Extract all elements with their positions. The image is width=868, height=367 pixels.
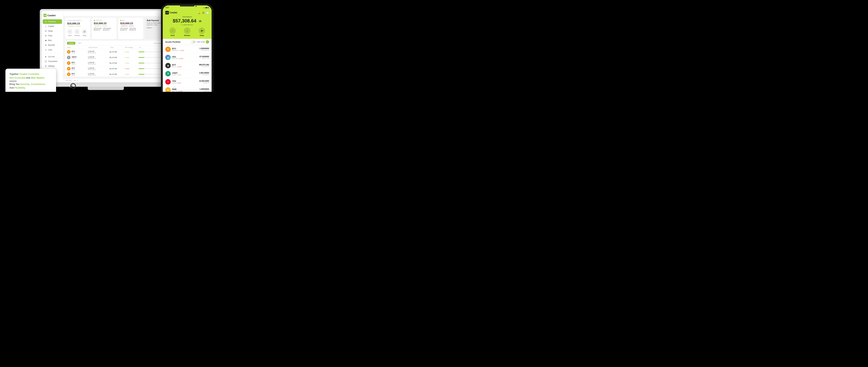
crypto-right: 87.0000000 $ 9,177.63 bbox=[199, 56, 209, 59]
table-rows: ₿ BTC Bitcoin 1,123.43 $4,212,344.34 $1,… bbox=[65, 49, 168, 77]
phone-outer: 5:27 ▲ ▮▮▮ ▮ CW Cwallet bbox=[161, 4, 213, 92]
crypto-asset-list: ₿ BTC $44219.11 -5.35% 1.00000000 $ 44,2… bbox=[163, 45, 212, 92]
crypto-info: USDT $1.00 +0.08% bbox=[172, 72, 199, 76]
crypto-info: BNB $357.00 -5.43% bbox=[172, 88, 199, 92]
token-name: BTC Bitcoin bbox=[72, 62, 88, 65]
hero-web-wallets: Web Wallets bbox=[31, 76, 44, 79]
table-tabs: Crypto NFT Hide Small Mo... bbox=[65, 41, 168, 46]
token-name: 1INCH 1 INCH bbox=[72, 56, 88, 59]
crypto-right: 1,000.00000 $ 1,000.00 bbox=[199, 72, 209, 75]
tools-icon: ⚙ bbox=[44, 35, 47, 37]
phone-receive-icon: ↓ bbox=[184, 28, 190, 34]
settings-icon: ⚙ bbox=[44, 65, 47, 67]
sidebar-item-listcoin[interactable]: ◈ List coin bbox=[43, 55, 62, 59]
token-change: ↑ 0.45% bbox=[124, 62, 138, 64]
wifi-icon: ▲ bbox=[203, 7, 205, 8]
scan-icon[interactable]: ⊡ bbox=[203, 11, 204, 14]
crypto-icon: ₮ bbox=[165, 71, 171, 76]
bell-icon[interactable]: 🔔 bbox=[198, 11, 200, 14]
sidebar-item-label: Bots bbox=[48, 39, 52, 41]
total-balance-change: ↑ $1023.23 · 14.22% bbox=[67, 25, 88, 27]
hide-small-toggle[interactable] bbox=[191, 41, 196, 43]
total-balance-amount: $10,000.23 bbox=[67, 22, 88, 25]
table-row: ₿ BTC Bitcoin 1,123.43 $4,212,344.34 $1,… bbox=[65, 72, 168, 77]
crypto-icon: ◎ bbox=[165, 55, 171, 60]
hide-small-toggle[interactable]: Hide Small bbox=[154, 42, 161, 44]
phone-send-icon: ↑ bbox=[169, 28, 176, 34]
crypto-info: SOL $105.49 -11.58% bbox=[172, 56, 199, 60]
token-price: $1,173.38 bbox=[110, 62, 124, 64]
sidebar-item-settings[interactable]: ⚙ Settings bbox=[43, 64, 62, 68]
phone-swap-button[interactable]: ⇄ Swap bbox=[198, 28, 205, 36]
eye-icon[interactable]: 👁 bbox=[199, 20, 202, 23]
sidebar-item-tools[interactable]: ⚙ Tools bbox=[43, 33, 62, 38]
swap-icon: ⇄ bbox=[82, 29, 87, 34]
token-icon: ₿ bbox=[67, 50, 70, 54]
receive-button[interactable]: ↓ Receive bbox=[74, 29, 80, 36]
crypto-card: CRYPTO $10,000.23 ↑ $1023.23 · 14.22% 24… bbox=[92, 18, 117, 39]
phone-send-button[interactable]: ↑ Send bbox=[169, 28, 176, 36]
portfolio-right: Hide Small + bbox=[191, 40, 209, 43]
sidebar-item-cwallet[interactable]: ◻ Cwallet bbox=[43, 24, 62, 29]
tab-crypto[interactable]: Crypto bbox=[67, 42, 75, 45]
tab-nft[interactable]: NFT bbox=[76, 42, 83, 45]
lang-selector[interactable]: EN bbox=[73, 80, 75, 81]
loan-icon: ⊙ bbox=[44, 49, 47, 51]
hero-security: Security bbox=[20, 83, 29, 86]
signal-icon: ▮▮▮ bbox=[205, 7, 208, 8]
phone-logo-icon: CW bbox=[165, 11, 169, 14]
nft-stats: 24H receive $9,000.23 24H send $9,000.23 bbox=[120, 28, 141, 31]
phone-swap-icon: ⇄ bbox=[198, 28, 205, 34]
sidebar-item-label: Swap bbox=[48, 30, 53, 32]
crypto-icon: T bbox=[165, 79, 171, 85]
phone-receive-button[interactable]: ↓ Receive bbox=[184, 28, 190, 36]
lang-chevron[interactable]: ▾ bbox=[77, 80, 78, 81]
table-row: 1 1INCH 1 INCH 1,123.43 $4,212,344.34 $1… bbox=[65, 55, 168, 60]
token-icon: 1 bbox=[67, 56, 70, 59]
nft-dot bbox=[120, 20, 121, 21]
nft-send: 24H send $9,000.23 bbox=[129, 28, 136, 31]
nft-amount: $10,000.23 bbox=[120, 22, 141, 25]
sidebar-item-buysell[interactable]: ⊕ Buy/Sell bbox=[43, 43, 62, 47]
hero-period: . bbox=[25, 87, 26, 89]
sidebar-app-name: Cwallet bbox=[48, 14, 56, 17]
crypto-list-item: ₿ BTC $44219.11 -5.35% 1.00000000 $ 44,2… bbox=[163, 45, 212, 54]
crypto-info: BTT $0.00 -19.23% bbox=[172, 64, 199, 68]
sidebar-item-label: Loan bbox=[48, 49, 52, 51]
col-change: 24H Change bbox=[125, 46, 139, 48]
table-header: Token Asset Amount Price 24H Change Al..… bbox=[65, 46, 168, 49]
clock-icon[interactable]: 🕐 bbox=[206, 11, 209, 14]
token-name: BTC Bitcoin bbox=[72, 67, 88, 70]
hero-text-card: Together Cwallet Custodial, Non-Custodia… bbox=[5, 69, 56, 92]
phone-screen: 5:27 ▲ ▮▮▮ ▮ CW Cwallet bbox=[163, 5, 212, 92]
laptop-mockup: CW Cwallet ⊞ Overview ◻ Cwallet ⇄ Sw bbox=[40, 9, 172, 89]
table-row: ₿ BTC Bitcoin 1,123.43 $4,212,344.34 $1,… bbox=[65, 60, 168, 66]
nft-receive: 24H receive $9,000.23 bbox=[120, 28, 128, 31]
crypto-list-item: ◎ SOL $105.49 -11.58% 87.0000000 $ 9,177… bbox=[163, 54, 212, 62]
send-button[interactable]: ↑ Send bbox=[67, 29, 72, 36]
sidebar-item-label: Tools bbox=[48, 35, 52, 37]
sidebar-item-transaction[interactable]: 📋 Transaction bbox=[43, 59, 62, 64]
receive-icon: ↓ bbox=[74, 29, 80, 34]
swap-button[interactable]: ⇄ Swap bbox=[82, 29, 87, 36]
crypto-list-item: ◆ BTT $0.00 -19.23% 999,970.386 $ 1,943.… bbox=[163, 62, 212, 70]
sidebar-item-loan[interactable]: ⊙ Loan bbox=[43, 47, 62, 52]
hero-divider bbox=[9, 81, 17, 81]
table-row: ₿ BTC Bitcoin 1,123.43 $4,212,344.34 $1,… bbox=[65, 49, 168, 55]
phone-header-top: CW Cwallet 🔔 ⊡ 🕐 bbox=[165, 11, 209, 14]
sidebar-item-bots[interactable]: ◉ Bots bbox=[43, 38, 62, 43]
sidebar-item-overview[interactable]: ⊞ Overview bbox=[43, 19, 62, 24]
col-token: Token bbox=[67, 46, 89, 48]
phone-balance-label: Total Balance bbox=[165, 16, 209, 18]
phone-camera bbox=[195, 6, 196, 7]
token-name: BTC Bitcoin bbox=[72, 73, 88, 76]
crypto-right: 999,970.386 $ 1,943.40 bbox=[199, 64, 209, 67]
add-asset-button[interactable]: + bbox=[206, 40, 209, 43]
bots-icon: ◉ bbox=[44, 39, 47, 41]
crypto-icon: ₿ bbox=[165, 46, 171, 52]
hero-non-custodial: Non-Custodial bbox=[9, 76, 26, 79]
sidebar-item-swap[interactable]: ⇄ Swap bbox=[43, 29, 62, 33]
col-amount: Asset Amount bbox=[89, 46, 110, 48]
sidebar-item-label: Overview bbox=[48, 21, 56, 23]
phone-balance-amount: $57,308.64 👁 bbox=[165, 18, 209, 24]
